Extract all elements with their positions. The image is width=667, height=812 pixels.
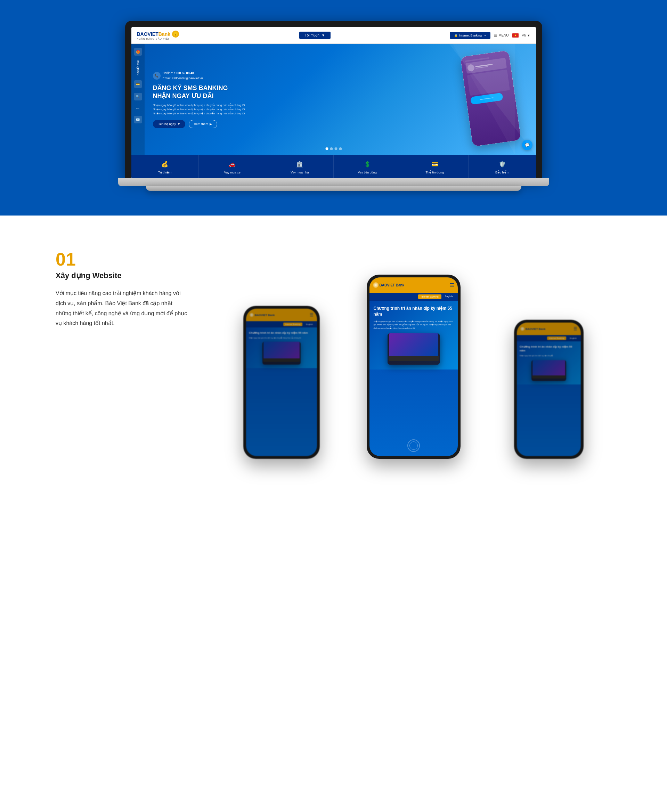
phone-header-center: BAOVIET Bank ☰: [370, 277, 458, 293]
bank-logo: BAOVIETBank $ NGÂN HÀNG BẢO VIỆT: [137, 31, 180, 40]
hero-buttons: Liên hệ ngay ▼ Xem thêm ▶: [153, 120, 423, 128]
service-credit-label: Thẻ tín dụng: [426, 171, 444, 174]
phone-hero-sub-right: Nhận ngay báo giá cho dịch vụ vận chuyển: [519, 355, 578, 357]
service-car-loan[interactable]: 🚗 Vay mua xe: [199, 155, 266, 178]
phone-nav-btn-center[interactable]: Internet Banking: [418, 294, 441, 299]
bank-nav: BAOVIETBank $ NGÂN HÀNG BẢO VIỆT: [131, 27, 536, 44]
sidebar-icon-1[interactable]: 💳: [134, 80, 142, 88]
phone-hero-right: Chương trình tri ân nhân dịp kỳ niệm 55 …: [517, 341, 581, 384]
service-consumer-loan[interactable]: 💲 Vay tiêu dùng: [334, 155, 401, 178]
phone-laptop-img-left: [262, 342, 301, 365]
phone-logo-right: BAOVIET Bank: [520, 327, 545, 331]
phone-hero-title-left: Chương trình tri ân nhân dịp kỳ niệm 55 …: [249, 331, 314, 335]
phone-coin-right: [520, 327, 524, 331]
phone-menu-center: ☰: [450, 282, 454, 289]
hero-hotline: 📞 Hotline: 1900 55 88 48 Email: callcent…: [153, 71, 423, 81]
phone-hero-sub-left: Nhận ngay báo giá cho dịch vụ vận chuyển…: [249, 337, 314, 340]
phone-coin-left: [250, 313, 254, 317]
phone-coin-center: [373, 282, 378, 288]
svg-text:$: $: [175, 33, 177, 36]
hero-triangle-decor2: [453, 44, 515, 155]
sidebar-arrow-icon[interactable]: ←: [136, 105, 140, 111]
sidebar-promo-icon[interactable]: 🎁: [134, 48, 142, 56]
service-consumer-loan-label: Vay tiêu dùng: [358, 171, 377, 174]
nav-dropdown[interactable]: Tôi muốn ▼: [299, 32, 330, 39]
phone-laptop-screen-center: [389, 333, 438, 356]
service-savings-label: Tiết kiệm: [158, 171, 171, 174]
sidebar-icon-3[interactable]: 📧: [134, 116, 142, 123]
hero-content: 📞 Hotline: 1900 55 88 48 Email: callcent…: [144, 44, 432, 155]
phone-home-button[interactable]: [407, 439, 420, 452]
phone-laptop-screen-left: [264, 342, 300, 359]
hotline-icon: 📞: [153, 72, 161, 80]
service-home-loan-label: Vay mua nhà: [290, 171, 309, 174]
hero-title: ĐĂNG KÝ SMS BANKING NHẬN NGAY ƯU ĐÃI: [153, 84, 423, 100]
phone-mockup-left: BAOVIET Bank ☰ Internet Banking English …: [243, 306, 320, 459]
nav-right: 🔒 Internet Banking → ☰ MENU VN ▼: [450, 32, 530, 39]
services-bar: 💰 Tiết kiệm 🚗 Vay mua xe 🏛️ Vay mua nhà: [131, 155, 536, 178]
phone-screen-center: BAOVIET Bank ☰ Internet Banking English …: [370, 277, 458, 456]
menu-button[interactable]: ☰ MENU: [494, 33, 508, 37]
service-car-loan-label: Vay mua xe: [224, 171, 241, 174]
service-insurance[interactable]: 🛡️ Bảo hiểm: [468, 155, 536, 178]
service-home-loan[interactable]: 🏛️ Vay mua nhà: [266, 155, 334, 178]
phone-hero-left: Chương trình tri ân nhân dịp kỳ niệm 55 …: [246, 327, 317, 368]
phone-logo-left: BAOVIET Bank: [250, 313, 275, 317]
laptop-screen-inner: BAOVIETBank $ NGÂN HÀNG BẢO VIỆT: [131, 27, 536, 178]
internet-banking-button[interactable]: 🔒 Internet Banking →: [450, 32, 491, 39]
phone-screen-left: BAOVIET Bank ☰ Internet Banking English …: [246, 309, 317, 456]
phone-laptop-screen-right: [533, 360, 565, 375]
phone-laptop-img-right: [531, 360, 566, 381]
phone-nav-btn-right: Internet Banking: [547, 337, 567, 340]
phone-logo-center: BAOVIET Bank: [373, 282, 405, 288]
phone-mockup-right: BAOVIET Bank ☰ Internet Banking English …: [514, 320, 584, 459]
logo-sub: NGÂN HÀNG BẢO VIỆT: [137, 38, 180, 40]
nav-center: Tôi muốn ▼: [180, 32, 450, 39]
phone-inner-right: BAOVIET Bank ☰ Internet Banking English …: [517, 322, 581, 456]
hotline-text: Hotline: 1900 55 88 48 Email: callcenter…: [163, 71, 203, 81]
laptop-screen-outer: BAOVIETBank $ NGÂN HÀNG BẢO VIỆT: [125, 21, 542, 178]
sidebar-icon-2[interactable]: 🔍: [134, 93, 142, 100]
more-button[interactable]: Xem thêm ▶: [189, 120, 217, 128]
bank-hero: 🎁 Khuyến mãi 💳 🔍 ← 📧 📞: [131, 44, 536, 155]
laptop-frame: BAOVIETBank $ NGÂN HÀNG BẢO VIỆT: [125, 21, 542, 191]
phone-laptop-base-center: [388, 356, 439, 361]
laptop-wrapper: BAOVIETBank $ NGÂN HÀNG BẢO VIỆT: [108, 21, 559, 191]
home-loan-icon: 🏛️: [295, 159, 304, 169]
phone-nav-center: Internet Banking English: [370, 293, 458, 301]
contact-button[interactable]: Liên hệ ngay ▼: [153, 120, 185, 128]
phone-laptop-base-left: [263, 359, 300, 362]
phone-hero-title-center: Chương trình tri ân nhân dịp kỳ niệm 55 …: [373, 306, 454, 317]
laptop-base: [118, 178, 549, 186]
phone-hero-center: Chương trình tri ân nhân dịp kỳ niệm 55 …: [370, 301, 458, 370]
phone-menu-left: ☰: [310, 312, 314, 317]
hero-left-sidebar: 🎁 Khuyến mãi 💳 🔍 ← 📧: [131, 44, 144, 155]
phone-laptop-img-center: [388, 333, 440, 365]
phone-hero-title-right: Chương trình tri ân nhân dịp kỳ niệm 55 …: [519, 345, 578, 352]
section-description: Với mục tiêu nâng cao trải nghiệm khách …: [56, 289, 188, 329]
phone-nav-left: Internet Banking English: [246, 321, 317, 327]
phone-nav-right: Internet Banking English: [517, 335, 581, 341]
website-section: 01 Xây dựng Website Với mục tiêu nâng ca…: [0, 216, 667, 493]
flag-vietnam-icon: [512, 33, 519, 38]
hero-description: Nhận ngay báo giá online cho dịch vụ vận…: [153, 103, 250, 116]
car-loan-icon: 🚗: [227, 159, 237, 169]
phone-nav-link-right: English: [568, 337, 578, 340]
insurance-icon: 🛡️: [498, 159, 507, 169]
service-credit-card[interactable]: 💳 Thẻ tín dụng: [401, 155, 468, 178]
service-savings[interactable]: 💰 Tiết kiệm: [131, 155, 199, 178]
text-column: 01 Xây dựng Website Với mục tiêu nâng ca…: [56, 250, 188, 329]
phone-header-left: BAOVIET Bank ☰: [246, 309, 317, 321]
logo-text: BAOVIETBank: [137, 32, 170, 37]
phone-mockup-center: BAOVIET Bank ☰ Internet Banking English …: [367, 275, 461, 459]
consumer-loan-icon: 💲: [363, 159, 372, 169]
laptop-section: BAOVIETBank $ NGÂN HÀNG BẢO VIỆT: [0, 0, 667, 216]
section-number: 01: [56, 250, 188, 268]
phone-inner-left: BAOVIET Bank ☰ Internet Banking English …: [246, 309, 317, 456]
phone-nav-link-center[interactable]: English: [443, 294, 454, 299]
phone-hero-sub-center: Nhận ngay báo giá cho dịch vụ vận chuyển…: [373, 320, 454, 330]
phone-menu-right: ☰: [574, 326, 577, 331]
phone-nav-link-left: English: [304, 322, 314, 326]
laptop-foot: [146, 186, 521, 191]
credit-card-icon: 💳: [430, 159, 440, 169]
